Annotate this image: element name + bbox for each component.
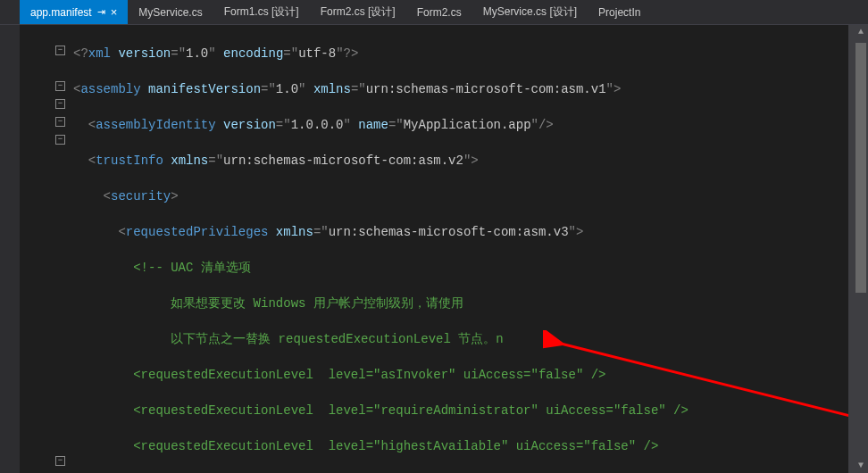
scroll-down-icon[interactable]: ▼ (854, 459, 868, 473)
tab-myservice[interactable]: MyService.cs (128, 0, 213, 24)
fold-toggle[interactable]: − (55, 135, 65, 145)
tab-label: MyService.cs (138, 6, 202, 19)
pin-icon[interactable]: ⇥ (97, 6, 105, 18)
tab-label: Form1.cs [设计] (224, 4, 299, 20)
fold-toggle[interactable]: − (55, 99, 65, 109)
tab-form1-design[interactable]: Form1.cs [设计] (213, 0, 310, 24)
code-editor[interactable]: <?xml version="1.0" encoding="utf-8"?> <… (70, 25, 868, 473)
fold-toggle[interactable]: − (55, 117, 65, 127)
tab-projectin[interactable]: ProjectIn (588, 0, 651, 24)
fold-toggle[interactable]: − (55, 81, 65, 91)
vertical-scrollbar[interactable]: ▲ ▼ (854, 25, 868, 473)
tabbar-spacer (0, 0, 20, 24)
editor-area: − − − − − − <?xml version="1.0" encoding… (0, 25, 868, 473)
tab-form2[interactable]: Form2.cs (406, 0, 472, 24)
tab-label: Form2.cs [设计] (321, 4, 396, 20)
scroll-up-icon[interactable]: ▲ (854, 25, 868, 39)
tab-bar: app.manifest ⇥ × MyService.cs Form1.cs [… (0, 0, 868, 25)
tab-myservice-design[interactable]: MyService.cs [设计] (472, 0, 588, 24)
outline-gutter: − − − − − − (20, 25, 70, 473)
fold-toggle[interactable]: − (55, 456, 65, 466)
close-icon[interactable]: × (111, 5, 118, 19)
fold-toggle[interactable]: − (55, 46, 65, 55)
scroll-thumb[interactable] (855, 43, 866, 293)
tab-label: Form2.cs (417, 6, 462, 19)
tab-label: MyService.cs [设计] (483, 4, 577, 20)
tab-label: ProjectIn (598, 6, 640, 19)
tab-label: app.manifest (30, 6, 92, 19)
tab-app-manifest[interactable]: app.manifest ⇥ × (20, 0, 128, 24)
tab-form2-design[interactable]: Form2.cs [设计] (310, 0, 406, 24)
left-rail (0, 25, 20, 473)
